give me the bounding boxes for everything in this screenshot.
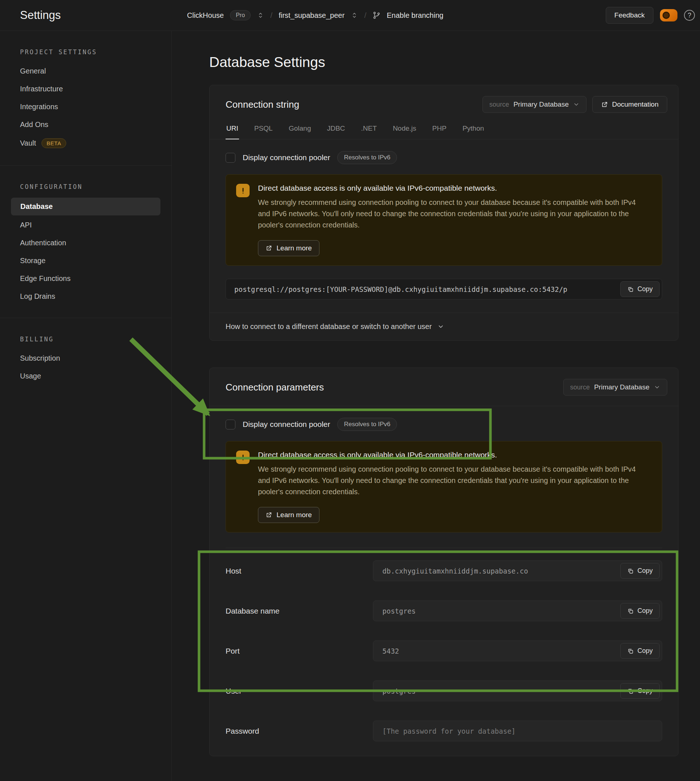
connection-help-label: How to connect to a different database o… (225, 322, 432, 331)
breadcrumb-org[interactable]: ClickHouse (187, 11, 224, 20)
field-row-user: User postgres Copy (225, 681, 662, 701)
enable-branching-button[interactable]: Enable branching (387, 11, 443, 20)
documentation-button[interactable]: Documentation (592, 96, 667, 113)
page-title: Database Settings (209, 54, 700, 70)
sidebar-item-usage[interactable]: Usage (0, 367, 172, 385)
tab-php[interactable]: PHP (432, 122, 447, 139)
sidebar-item-add-ons[interactable]: Add Ons (0, 116, 172, 134)
feedback-button-label: Feedback (615, 11, 645, 19)
sidebar-item-label: Edge Functions (20, 274, 71, 283)
alert-content: Direct database access is only available… (258, 184, 643, 256)
tab-dotnet[interactable]: .NET (360, 122, 377, 139)
copy-button-label: Copy (637, 607, 653, 615)
copy-button-label: Copy (637, 285, 653, 293)
user-input[interactable]: postgres (373, 681, 662, 701)
copy-host-button[interactable]: Copy (620, 563, 660, 579)
project-selector-icon[interactable] (351, 12, 358, 19)
sidebar-item-authentication[interactable]: Authentication (0, 234, 172, 252)
field-row-port: Port 5432 Copy (225, 641, 662, 661)
sidebar-item-storage[interactable]: Storage (0, 252, 172, 270)
sidebar-item-api[interactable]: API (0, 216, 172, 234)
org-plan-badge: Pro (230, 10, 251, 20)
top-bar: Settings ClickHouse Pro / first_supabase… (0, 0, 700, 31)
copy-icon (627, 608, 634, 614)
source-select[interactable]: source Primary Database (563, 379, 667, 396)
copy-button-label: Copy (637, 647, 653, 655)
tab-nodejs[interactable]: Node.js (392, 122, 417, 139)
sidebar-section-billing: BILLING Subscription Usage (0, 318, 172, 397)
source-select-value: Primary Database (513, 100, 569, 108)
sidebar-item-log-drains[interactable]: Log Drains (0, 287, 172, 305)
copy-button-label: Copy (637, 567, 653, 575)
alert-title: Direct database access is only available… (258, 184, 643, 192)
sidebar-item-infrastructure[interactable]: Infrastructure (0, 80, 172, 98)
connection-string-body: Display connection pooler Resolves to IP… (210, 139, 678, 300)
learn-more-button[interactable]: Learn more (258, 240, 320, 256)
copy-uri-button[interactable]: Copy (620, 281, 660, 297)
source-select[interactable]: source Primary Database (482, 96, 587, 113)
field-input-wrap: 5432 Copy (373, 641, 662, 661)
breadcrumb-project[interactable]: first_supabase_peer (279, 11, 345, 20)
copy-button-label: Copy (637, 687, 653, 695)
feedback-button[interactable]: Feedback (606, 7, 653, 23)
copy-port-button[interactable]: Copy (620, 643, 660, 659)
sidebar-item-subscription[interactable]: Subscription (0, 349, 172, 367)
sidebar-item-label: Storage (20, 257, 45, 265)
account-avatar[interactable] (660, 9, 677, 22)
connection-uri-input[interactable]: postgresql://postgres:[YOUR-PASSWORD]@db… (225, 279, 662, 300)
field-row-password: Password [The password for your database… (225, 721, 662, 741)
connection-parameters-body: Display connection pooler Resolves to IP… (210, 406, 678, 756)
copy-icon (627, 568, 634, 574)
tab-jdbc[interactable]: JDBC (327, 122, 346, 139)
connection-string-header: Connection string source Primary Databas… (210, 85, 678, 113)
documentation-button-label: Documentation (612, 100, 658, 108)
tab-uri[interactable]: URI (225, 122, 239, 139)
copy-database-name-button[interactable]: Copy (620, 603, 660, 619)
field-label: Database name (225, 607, 373, 616)
sidebar-item-edge-functions[interactable]: Edge Functions (0, 270, 172, 287)
sidebar-item-vault[interactable]: Vault BETA (0, 134, 172, 153)
port-input[interactable]: 5432 (373, 641, 662, 661)
header-actions: Feedback ? (606, 7, 700, 23)
field-input-wrap: db.cxhygiuitamxhniiddjm.supabase.co Copy (373, 561, 662, 581)
password-input[interactable]: [The password for your database] (373, 721, 662, 741)
source-select-value: Primary Database (594, 383, 650, 391)
copy-user-button[interactable]: Copy (620, 683, 660, 699)
tab-psql[interactable]: PSQL (253, 122, 273, 139)
learn-more-button[interactable]: Learn more (258, 507, 320, 523)
field-label: Password (225, 727, 373, 736)
field-input-wrap: postgres Copy (373, 681, 662, 701)
org-selector-icon[interactable] (257, 12, 264, 19)
sidebar-item-label: Subscription (20, 354, 60, 362)
ipv6-alert: Direct database access is only available… (225, 441, 662, 532)
display-connection-pooler-checkbox[interactable] (225, 153, 235, 163)
help-icon-glyph: ? (688, 12, 691, 19)
help-icon[interactable]: ? (684, 10, 695, 21)
sidebar-item-label: Usage (20, 372, 41, 380)
display-connection-pooler-checkbox[interactable] (225, 420, 235, 429)
host-input[interactable]: db.cxhygiuitamxhniiddjm.supabase.co (373, 561, 662, 581)
database-name-input[interactable]: postgres (373, 601, 662, 621)
settings-page: Settings ClickHouse Pro / first_supabase… (0, 0, 700, 781)
sidebar-item-label: Authentication (20, 239, 66, 247)
chevron-down-icon (437, 323, 444, 330)
avatar-glyph (663, 12, 670, 19)
sidebar-item-integrations[interactable]: Integrations (0, 98, 172, 116)
sidebar-item-label: Log Drains (20, 292, 55, 300)
field-row-database-name: Database name postgres Copy (225, 601, 662, 621)
sidebar-section-title: CONFIGURATION (0, 165, 172, 197)
connection-string-tabs: URI PSQL Golang JDBC .NET Node.js PHP Py… (210, 122, 678, 139)
sidebar-item-label: Add Ons (20, 120, 48, 129)
sidebar-item-general[interactable]: General (0, 62, 172, 80)
sidebar-item-label: API (20, 221, 32, 229)
beta-badge: BETA (42, 138, 66, 148)
field-label: User (225, 687, 373, 696)
tab-python[interactable]: Python (462, 122, 485, 139)
connection-help-link[interactable]: How to connect to a different database o… (210, 313, 678, 340)
main-content: Database Settings Connection string sour… (172, 31, 700, 781)
connection-string-card: Connection string source Primary Databas… (209, 85, 678, 340)
sidebar-item-database[interactable]: Database (11, 198, 160, 215)
pooler-label: Display connection pooler (243, 153, 330, 162)
source-select-prefix: source (570, 384, 590, 391)
tab-golang[interactable]: Golang (288, 122, 312, 139)
